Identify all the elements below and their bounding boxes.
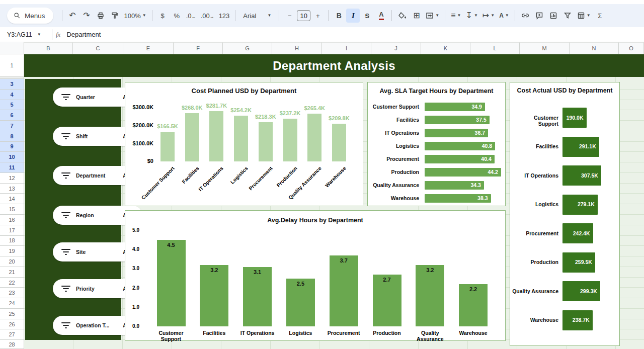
y-axis-tick: 0.0 (132, 323, 139, 329)
row-header-15[interactable]: 15 (0, 204, 24, 215)
column-header-E[interactable]: E (123, 42, 174, 54)
bar-value-label: 291.1K (562, 143, 596, 149)
bar-value-label: 190.0K (562, 115, 584, 121)
chart-sla-target[interactable]: Avg. SLA Target Hours by DepartmentCusto… (367, 82, 506, 206)
text-color-button[interactable]: A (374, 9, 388, 23)
column-header-H[interactable]: H (272, 42, 322, 54)
filter-list-icon (61, 322, 71, 329)
create-filter-button[interactable] (561, 9, 575, 23)
column-header-F[interactable]: F (174, 42, 223, 54)
formula-input[interactable]: Department (66, 31, 101, 38)
chart-title: Cost Actual USD by Department (510, 87, 619, 94)
menus-search-button[interactable]: Menus (7, 8, 53, 24)
table-views-button[interactable]: ▼ (575, 9, 593, 23)
row-header-26[interactable]: 26 (0, 319, 24, 330)
chart-title: Avg.Delay Hours by Department (125, 217, 505, 224)
column-header-B[interactable]: B (24, 42, 73, 54)
row-header-22[interactable]: 22 (0, 278, 24, 288)
format-currency-label: $ (161, 12, 165, 20)
row-header-24[interactable]: 24 (0, 298, 24, 309)
text-wrapping-button[interactable]: ↦▼ (480, 9, 497, 23)
bar-value-label: 307.5K (562, 172, 598, 179)
column-header-M[interactable]: M (520, 42, 570, 54)
vertical-align-button[interactable]: ↧▼ (464, 9, 480, 23)
row-header-28[interactable]: 28 (0, 340, 24, 349)
functions-button[interactable]: Σ (593, 9, 607, 23)
increase-decimals-button[interactable]: .00→ (199, 9, 216, 23)
borders-button[interactable]: ⊞ (410, 9, 423, 23)
category-label: Production (512, 259, 558, 265)
row-header-17[interactable]: 17 (0, 225, 24, 236)
bar-procurement (330, 255, 358, 326)
decrease-font-size-button[interactable]: − (283, 9, 296, 23)
row-header-23[interactable]: 23 (0, 288, 24, 298)
undo-button[interactable]: ↶ (66, 9, 79, 23)
row-header-3[interactable]: 3 (0, 79, 24, 90)
row-header-16[interactable]: 16 (0, 215, 24, 225)
bar-value-label: 279.1K (562, 201, 595, 207)
name-box[interactable]: Y3:AG11 ▼ (0, 31, 48, 38)
column-header-K[interactable]: K (421, 42, 470, 54)
row-header-20[interactable]: 20 (0, 256, 24, 267)
italic-button[interactable]: I (346, 9, 360, 23)
chart-delay-hours[interactable]: Avg.Delay Hours by Department0.01.02.03.… (125, 210, 506, 341)
dashboard-title-cell[interactable]: Department Analysis (24, 54, 644, 77)
merge-cells-icon (426, 12, 434, 20)
insert-chart-button[interactable] (547, 9, 560, 23)
chart-cost-planned[interactable]: Cost Planned USD by Department$0$100.0K$… (125, 82, 363, 206)
row-header-7[interactable]: 7 (0, 121, 24, 131)
column-header-I[interactable]: I (322, 42, 371, 54)
text-rotation-button[interactable]: A▼ (497, 9, 511, 23)
bold-button[interactable]: B (332, 9, 346, 23)
format-currency-button[interactable]: $ (156, 9, 170, 23)
column-header-G[interactable]: G (223, 42, 272, 54)
column-header-J[interactable]: J (371, 42, 421, 54)
row-header-5[interactable]: 5 (0, 100, 24, 111)
filter-list-icon (61, 172, 71, 179)
zoom-select-button[interactable]: 100%▼ (122, 9, 148, 23)
fill-color-button[interactable] (395, 9, 409, 23)
paint-format-button[interactable] (108, 9, 122, 23)
row-header-11[interactable]: 11 (0, 162, 24, 173)
x-axis-label: Quality Assurance (409, 330, 452, 342)
row-header-9[interactable]: 9 (0, 142, 24, 152)
bar-value-label: 3.2 (193, 267, 236, 273)
row-header-4[interactable]: 4 (0, 90, 24, 100)
bar-value-label: 3.2 (409, 267, 452, 273)
format-percent-label: % (174, 12, 180, 20)
insert-link-button[interactable] (519, 9, 532, 23)
strikethrough-button[interactable]: S (360, 9, 374, 23)
row-header-1[interactable]: 1 (0, 54, 24, 77)
row-header-13[interactable]: 13 (0, 184, 24, 194)
format-percent-button[interactable]: % (170, 9, 184, 23)
column-header-O[interactable]: O (619, 42, 644, 54)
row-header-27[interactable]: 27 (0, 329, 24, 340)
row-header-18[interactable]: 18 (0, 236, 24, 246)
increase-font-size-button[interactable]: + (311, 9, 325, 23)
row-header-14[interactable]: 14 (0, 194, 24, 204)
column-header-L[interactable]: L (470, 42, 520, 54)
column-header-C[interactable]: C (73, 42, 123, 54)
insert-comment-button[interactable] (533, 9, 546, 23)
column-header-N[interactable]: N (570, 42, 619, 54)
select-all-corner[interactable] (0, 42, 24, 54)
print-button[interactable] (94, 9, 108, 23)
toolbar-divider (445, 10, 445, 21)
row-header-8[interactable]: 8 (0, 131, 24, 142)
horizontal-align-button[interactable]: ≡▼ (449, 9, 463, 23)
decrease-decimals-button[interactable]: .0← (184, 9, 198, 23)
row-header-25[interactable]: 25 (0, 309, 24, 319)
row-header-6[interactable]: 6 (0, 110, 24, 121)
row-header-21[interactable]: 21 (0, 267, 24, 278)
more-formats-button[interactable]: 123 (217, 9, 232, 23)
bar-value-label: 34.3 (425, 182, 481, 188)
chart-cost-actual[interactable]: Cost Actual USD by DepartmentCustomer Su… (510, 82, 620, 346)
merge-cells-button[interactable]: ▼ (424, 9, 441, 23)
font-select-button[interactable]: Arial▼ (239, 9, 275, 23)
row-header-12[interactable]: 12 (0, 173, 24, 184)
redo-button[interactable]: ↷ (80, 9, 94, 23)
name-box-caret-icon[interactable]: ▼ (37, 33, 41, 37)
row-header-19[interactable]: 19 (0, 246, 24, 256)
row-header-10[interactable]: 10 (0, 152, 24, 162)
font-size-input[interactable]: 10 (297, 10, 310, 21)
